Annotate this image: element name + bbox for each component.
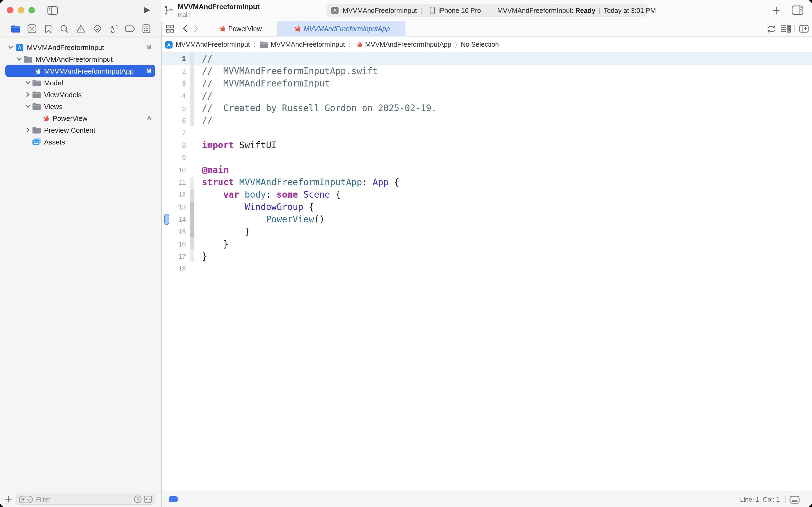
add-file-button[interactable] (3, 494, 13, 504)
report-navigator-icon[interactable] (141, 23, 152, 34)
run-button[interactable] (142, 5, 152, 15)
sidebar-item-MVVMAndFreeformInput[interactable]: MVVMAndFreeformInputM (0, 41, 161, 53)
code-token: } (202, 227, 250, 237)
editor-bottom-bar: Line: 1 Col: 1 (162, 491, 812, 507)
disclosure-down-icon[interactable] (25, 79, 31, 86)
close-window-button[interactable] (7, 7, 13, 13)
sidebar-item-PowerView[interactable]: PowerViewA (0, 112, 161, 124)
folder-icon (32, 79, 41, 87)
code-token: Scene (303, 189, 330, 200)
inspector-sidebar-toggle-icon[interactable] (791, 5, 805, 15)
navigator-sidebar-toggle-icon[interactable] (47, 5, 59, 15)
code-line-16[interactable]: 16 } (162, 238, 812, 250)
code-line-10[interactable]: 10@main (162, 164, 812, 176)
project-navigator-icon[interactable] (10, 23, 20, 34)
find-navigator-icon[interactable] (59, 23, 69, 34)
breadcrumb-item[interactable]: MVVMAndFreeformInput (259, 41, 345, 48)
code-line-9[interactable]: 9 (162, 152, 812, 164)
disclosure-down-icon[interactable] (16, 56, 22, 62)
breakpoint-navigator-icon[interactable] (125, 23, 135, 34)
filter-input[interactable]: Filter (15, 494, 155, 505)
minimize-window-button[interactable] (18, 7, 24, 13)
line-number: 10 (162, 166, 186, 174)
editor-tab-MVVMAndFreeformInputApp[interactable]: MVVMAndFreeformInputApp (277, 21, 405, 37)
code-line-18[interactable]: 18 (162, 263, 812, 275)
related-items-icon[interactable] (165, 23, 175, 33)
code-line-3[interactable]: 3// MVVMAndFreeformInput (162, 77, 812, 90)
code-line-4[interactable]: 4// (162, 90, 812, 102)
code-line-12[interactable]: 12 var body: some Scene { (162, 188, 812, 201)
library-add-icon[interactable] (771, 5, 781, 15)
scheme-and-activity-bar[interactable]: MVVMAndFreeformInput 〉 iPhone 16 Pro MVV… (327, 4, 648, 17)
code-token: SwiftUI (234, 140, 277, 150)
sidebar-filter-bar: Filter (0, 491, 161, 507)
sidebar-item-Views[interactable]: Views (0, 101, 161, 112)
code-line-14[interactable]: 14 PowerView() (162, 213, 812, 226)
go-forward-icon[interactable] (191, 23, 201, 33)
line-number: 6 (162, 117, 186, 124)
source-control-navigator-icon[interactable] (26, 23, 37, 34)
swift-file-icon (293, 25, 301, 33)
disclosure-right-icon[interactable] (25, 91, 31, 98)
add-editor-split-icon[interactable] (799, 23, 809, 34)
editor-options-icon[interactable] (780, 23, 791, 34)
code-line-5[interactable]: 5// Created by Russell Gordon on 2025-02… (162, 102, 812, 114)
code-line-7[interactable]: 7 (162, 127, 812, 139)
folder-icon (32, 126, 41, 134)
code-line-1[interactable]: 1// (162, 53, 812, 65)
code-line-8[interactable]: 8import SwiftUI (162, 139, 812, 152)
sidebar-divider[interactable] (161, 21, 162, 507)
sidebar-item-Preview-Content[interactable]: Preview Content (0, 124, 161, 136)
debug-navigator-icon[interactable] (109, 23, 119, 34)
disclosure-spacer (25, 138, 31, 145)
xcode-window: MVVMAndFreeformInput main MVVMAndFreefor… (0, 0, 812, 507)
source-control-status-filter-icon[interactable] (144, 496, 152, 503)
code-token (239, 189, 245, 200)
disclosure-down-icon[interactable] (25, 103, 31, 110)
source-editor[interactable]: 1//2// MVVMAndFreeformInputApp.swift3// … (162, 53, 812, 491)
sidebar-item-MVVMAndFreeformInputApp[interactable]: MVVMAndFreeformInputAppM (0, 65, 161, 77)
code-text: WindowGroup { (186, 202, 314, 212)
zoom-window-button[interactable] (28, 7, 35, 13)
line-number: 15 (162, 228, 186, 235)
sidebar-item-MVVMAndFreeformInput[interactable]: MVVMAndFreeformInput (0, 53, 161, 65)
code-line-6[interactable]: 6// (162, 114, 812, 127)
scheme-name[interactable]: MVVMAndFreeformInput (343, 7, 417, 14)
code-line-13[interactable]: 13 WindowGroup { (162, 201, 812, 213)
go-back-icon[interactable] (180, 23, 189, 33)
test-navigator-icon[interactable] (92, 23, 102, 34)
sidebar-item-label: MVVMAndFreeformInputApp (44, 67, 134, 75)
status-divider: | (598, 7, 600, 14)
breadcrumb-item[interactable]: MVVMAndFreeformInput (165, 41, 250, 49)
code-token: } (202, 251, 207, 262)
sidebar-item-Model[interactable]: Model (0, 77, 161, 89)
code-line-11[interactable]: 11struct MVVMAndFreeformInputApp: App { (162, 176, 812, 188)
disclosure-right-icon[interactable] (25, 127, 31, 133)
code-token: { (389, 177, 399, 187)
recent-files-clock-icon[interactable] (134, 495, 142, 503)
sidebar-item-ViewModels[interactable]: ViewModels (0, 89, 161, 101)
debug-area-toggle-icon[interactable] (789, 495, 800, 504)
code-token (202, 189, 223, 200)
code-line-17[interactable]: 17} (162, 250, 812, 263)
code-token: : (362, 177, 373, 187)
sidebar-item-Assets[interactable]: Assets (0, 136, 161, 148)
code-line-15[interactable]: 15 } (162, 226, 812, 238)
filter-menu-icon[interactable] (19, 496, 33, 503)
bookmark-navigator-icon[interactable] (43, 23, 53, 34)
code-text: @main (186, 165, 229, 175)
disclosure-down-icon[interactable] (7, 44, 14, 51)
code-line-2[interactable]: 2// MVVMAndFreeformInputApp.swift (162, 65, 812, 77)
code-review-icon[interactable] (766, 23, 776, 34)
source-control-status-badge: M (147, 44, 152, 51)
breakpoints-toggle[interactable] (169, 496, 178, 502)
tab-label: MVVMAndFreeformInputApp (304, 25, 390, 33)
editor-tab-PowerView[interactable]: PowerView (202, 21, 277, 37)
code-text: // (186, 91, 213, 101)
breadcrumb-item[interactable]: No Selection (461, 41, 499, 48)
code-token (202, 214, 266, 225)
breadcrumb-item[interactable]: MVVMAndFreeformInputApp (354, 41, 451, 49)
destination-device[interactable]: iPhone 16 Pro (439, 7, 481, 14)
issue-navigator-icon[interactable] (76, 23, 86, 34)
app-project-icon (15, 43, 23, 51)
